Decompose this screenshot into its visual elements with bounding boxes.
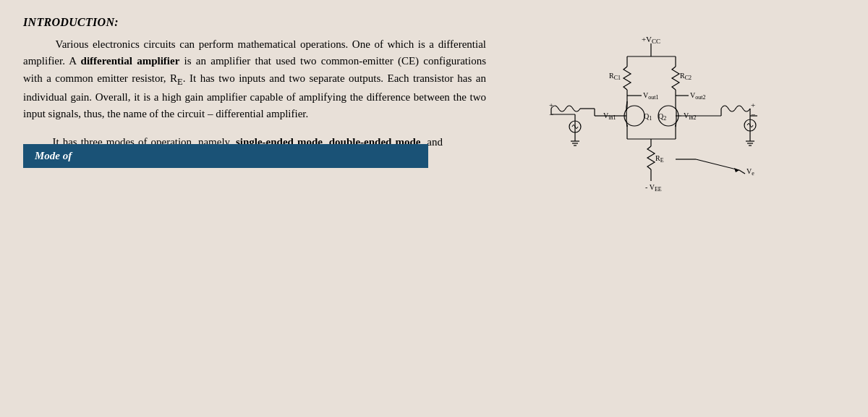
intro-paragraph: Various electronics circuits can perform… [23, 36, 486, 122]
text-column: Various electronics circuits can perform… [23, 36, 486, 181]
plus-sign-left: + [549, 101, 553, 109]
re-label: RE [655, 154, 664, 164]
page-title: INTRODUCTION: [23, 16, 845, 29]
circuit-column: +VCC RC1 RC2 [486, 36, 845, 181]
plus-sign-right: + [751, 101, 755, 109]
q1-label: Q1 [644, 112, 652, 122]
svg-line-21 [676, 107, 676, 111]
rc2-label: RC2 [680, 72, 692, 81]
mode-bar: Mode of [23, 144, 428, 168]
svg-marker-55 [734, 168, 739, 172]
bottom-section: It has three modes of operation, namely,… [23, 134, 486, 168]
minus-sign-right: − [751, 110, 755, 119]
rc1-label: RC1 [609, 72, 621, 81]
vout1-label: Vout1 [643, 91, 658, 101]
svg-line-54 [696, 159, 739, 170]
page: INTRODUCTION: Various electronics circui… [0, 0, 868, 417]
vee-label: - VEE [645, 183, 662, 193]
circuit-diagram: +VCC RC1 RC2 [493, 29, 804, 261]
ve-label: Ve [746, 167, 754, 177]
svg-line-56 [739, 170, 745, 174]
content-area: Various electronics circuits can perform… [23, 36, 845, 181]
vcc-label: +VCC [642, 35, 660, 45]
vout2-label: Vout2 [690, 91, 705, 101]
svg-point-8 [624, 106, 644, 126]
